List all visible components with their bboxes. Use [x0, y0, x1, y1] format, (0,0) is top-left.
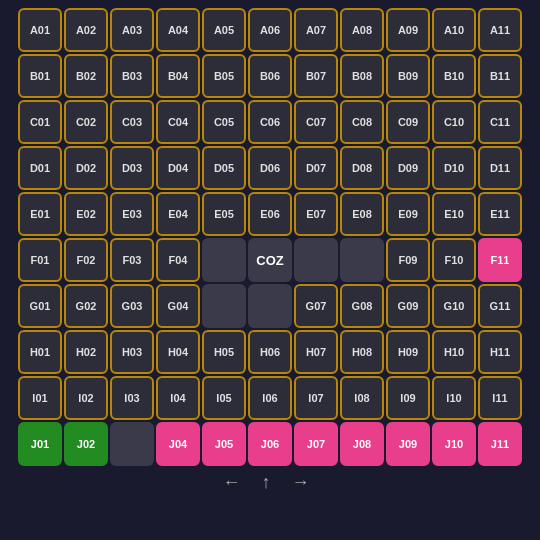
seat-E09[interactable]: E09 [386, 192, 430, 236]
seat-H06[interactable]: H06 [248, 330, 292, 374]
seat-J04[interactable]: J04 [156, 422, 200, 466]
nav-arrows[interactable]: ← ↑ → [222, 472, 317, 493]
seat-F10[interactable]: F10 [432, 238, 476, 282]
seat-J02[interactable]: J02 [64, 422, 108, 466]
seat-D10[interactable]: D10 [432, 146, 476, 190]
seat-A08[interactable]: A08 [340, 8, 384, 52]
seat-D05[interactable]: D05 [202, 146, 246, 190]
seat-D02[interactable]: D02 [64, 146, 108, 190]
seat-A04[interactable]: A04 [156, 8, 200, 52]
seat-C04[interactable]: C04 [156, 100, 200, 144]
seat-I06[interactable]: I06 [248, 376, 292, 420]
seat-D01[interactable]: D01 [18, 146, 62, 190]
seat-G02[interactable]: G02 [64, 284, 108, 328]
seat-I02[interactable]: I02 [64, 376, 108, 420]
seat-B05[interactable]: B05 [202, 54, 246, 98]
seat-H04[interactable]: H04 [156, 330, 200, 374]
seat-J11[interactable]: J11 [478, 422, 522, 466]
seat-H05[interactable]: H05 [202, 330, 246, 374]
seat-G09[interactable]: G09 [386, 284, 430, 328]
seat-B01[interactable]: B01 [18, 54, 62, 98]
seat-C11[interactable]: C11 [478, 100, 522, 144]
seat-A05[interactable]: A05 [202, 8, 246, 52]
seat-A09[interactable]: A09 [386, 8, 430, 52]
seat-I08[interactable]: I08 [340, 376, 384, 420]
seat-I11[interactable]: I11 [478, 376, 522, 420]
seat-A01[interactable]: A01 [18, 8, 62, 52]
seat-E10[interactable]: E10 [432, 192, 476, 236]
seat-C02[interactable]: C02 [64, 100, 108, 144]
seat-E05[interactable]: E05 [202, 192, 246, 236]
seat-B11[interactable]: B11 [478, 54, 522, 98]
seat-F01[interactable]: F01 [18, 238, 62, 282]
seat-I01[interactable]: I01 [18, 376, 62, 420]
seat-D08[interactable]: D08 [340, 146, 384, 190]
seat-F03[interactable]: F03 [110, 238, 154, 282]
seat-A03[interactable]: A03 [110, 8, 154, 52]
seat-D03[interactable]: D03 [110, 146, 154, 190]
seat-C03[interactable]: C03 [110, 100, 154, 144]
seat-E03[interactable]: E03 [110, 192, 154, 236]
seat-H07[interactable]: H07 [294, 330, 338, 374]
seat-B06[interactable]: B06 [248, 54, 292, 98]
seat-I09[interactable]: I09 [386, 376, 430, 420]
seat-H03[interactable]: H03 [110, 330, 154, 374]
seat-H08[interactable]: H08 [340, 330, 384, 374]
seat-J05[interactable]: J05 [202, 422, 246, 466]
seat-C06[interactable]: C06 [248, 100, 292, 144]
seat-C09[interactable]: C09 [386, 100, 430, 144]
seat-D06[interactable]: D06 [248, 146, 292, 190]
seat-H10[interactable]: H10 [432, 330, 476, 374]
seat-A06[interactable]: A06 [248, 8, 292, 52]
seat-D07[interactable]: D07 [294, 146, 338, 190]
seat-E08[interactable]: E08 [340, 192, 384, 236]
seat-B04[interactable]: B04 [156, 54, 200, 98]
seat-C07[interactable]: C07 [294, 100, 338, 144]
seat-J09[interactable]: J09 [386, 422, 430, 466]
seat-G03[interactable]: G03 [110, 284, 154, 328]
seat-G11[interactable]: G11 [478, 284, 522, 328]
seat-E06[interactable]: E06 [248, 192, 292, 236]
seat-A02[interactable]: A02 [64, 8, 108, 52]
seat-H09[interactable]: H09 [386, 330, 430, 374]
seat-I07[interactable]: I07 [294, 376, 338, 420]
seat-F04[interactable]: F04 [156, 238, 200, 282]
seat-E04[interactable]: E04 [156, 192, 200, 236]
seat-D09[interactable]: D09 [386, 146, 430, 190]
seat-E11[interactable]: E11 [478, 192, 522, 236]
seat-G04[interactable]: G04 [156, 284, 200, 328]
seat-C05[interactable]: C05 [202, 100, 246, 144]
seat-J08[interactable]: J08 [340, 422, 384, 466]
seat-C08[interactable]: C08 [340, 100, 384, 144]
seat-G01[interactable]: G01 [18, 284, 62, 328]
seat-I10[interactable]: I10 [432, 376, 476, 420]
seat-E02[interactable]: E02 [64, 192, 108, 236]
seat-A07[interactable]: A07 [294, 8, 338, 52]
seat-E07[interactable]: E07 [294, 192, 338, 236]
seat-J06[interactable]: J06 [248, 422, 292, 466]
seat-B07[interactable]: B07 [294, 54, 338, 98]
seat-I04[interactable]: I04 [156, 376, 200, 420]
seat-H02[interactable]: H02 [64, 330, 108, 374]
seat-B03[interactable]: B03 [110, 54, 154, 98]
seat-F09[interactable]: F09 [386, 238, 430, 282]
seat-J07[interactable]: J07 [294, 422, 338, 466]
seat-F11[interactable]: F11 [478, 238, 522, 282]
seat-B08[interactable]: B08 [340, 54, 384, 98]
seat-I05[interactable]: I05 [202, 376, 246, 420]
seat-G08[interactable]: G08 [340, 284, 384, 328]
seat-B09[interactable]: B09 [386, 54, 430, 98]
seat-A11[interactable]: A11 [478, 8, 522, 52]
seat-H01[interactable]: H01 [18, 330, 62, 374]
seat-G10[interactable]: G10 [432, 284, 476, 328]
seat-F02[interactable]: F02 [64, 238, 108, 282]
seat-E01[interactable]: E01 [18, 192, 62, 236]
seat-B02[interactable]: B02 [64, 54, 108, 98]
seat-C01[interactable]: C01 [18, 100, 62, 144]
seat-J01[interactable]: J01 [18, 422, 62, 466]
seat-D11[interactable]: D11 [478, 146, 522, 190]
seat-G07[interactable]: G07 [294, 284, 338, 328]
seat-H11[interactable]: H11 [478, 330, 522, 374]
seat-A10[interactable]: A10 [432, 8, 476, 52]
seat-D04[interactable]: D04 [156, 146, 200, 190]
